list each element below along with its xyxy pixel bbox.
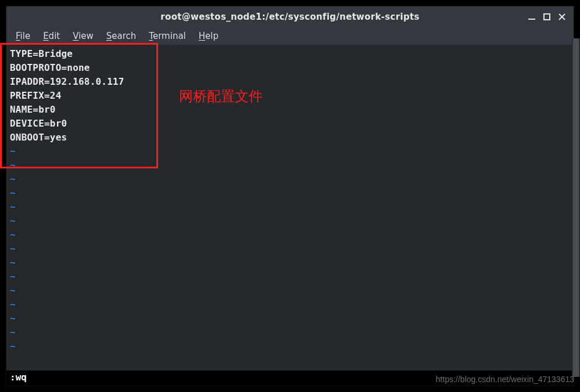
editor-line: PREFIX=24 <box>10 89 570 103</box>
maximize-icon[interactable] <box>543 13 550 20</box>
editor-line: IPADDR=192.168.0.117 <box>10 75 570 89</box>
editor-empty-tilde: ~ <box>10 326 570 340</box>
editor-empty-tilde: ~ <box>10 159 570 172</box>
editor-empty-tilde: ~ <box>10 214 570 228</box>
editor-empty-tilde: ~ <box>10 298 570 312</box>
menu-terminal[interactable]: Terminal <box>143 29 191 43</box>
window-controls <box>524 6 570 27</box>
scrollbar-thumb[interactable] <box>573 38 579 377</box>
scrollbar-vertical[interactable] <box>572 38 580 377</box>
svg-rect-0 <box>528 19 535 20</box>
editor-empty-tilde: ~ <box>10 228 570 242</box>
terminal-window: root@westos_node1:/etc/sysconfig/network… <box>6 6 574 386</box>
menu-edit[interactable]: Edit <box>37 29 66 43</box>
annotation-label: 网桥配置文件 <box>179 87 263 106</box>
editor-area[interactable]: TYPE=BridgeBOOTPROTO=noneIPADDR=192.168.… <box>6 45 574 371</box>
editor-line: TYPE=Bridge <box>10 47 570 61</box>
svg-rect-1 <box>544 14 550 20</box>
menu-view[interactable]: View <box>67 29 99 43</box>
menu-search[interactable]: Search <box>101 29 142 43</box>
editor-empty-tilde: ~ <box>10 200 570 214</box>
menu-bar: File Edit View Search Terminal Help <box>6 27 574 45</box>
editor-empty-tilde: ~ <box>10 312 570 326</box>
editor-empty-tilde: ~ <box>10 270 570 284</box>
close-icon[interactable] <box>558 13 565 20</box>
editor-empty-tilde: ~ <box>10 256 570 270</box>
editor-line: ONBOOT=yes <box>10 131 570 145</box>
editor-line: DEVICE=br0 <box>10 117 570 131</box>
minimize-icon[interactable] <box>528 13 535 20</box>
editor-line: NAME=br0 <box>10 103 570 117</box>
window-title: root@westos_node1:/etc/sysconfig/network… <box>6 12 574 22</box>
title-bar: root@westos_node1:/etc/sysconfig/network… <box>6 6 574 27</box>
vim-command-line[interactable]: :wq <box>6 371 574 386</box>
editor-empty-tilde: ~ <box>10 340 570 354</box>
menu-help[interactable]: Help <box>193 29 224 43</box>
editor-empty-tilde: ~ <box>10 172 570 186</box>
editor-empty-tilde: ~ <box>10 284 570 298</box>
editor-empty-tilde: ~ <box>10 242 570 256</box>
editor-line: BOOTPROTO=none <box>10 61 570 75</box>
editor-empty-tilde: ~ <box>10 145 570 159</box>
menu-file[interactable]: File <box>10 29 36 43</box>
editor-empty-tilde: ~ <box>10 186 570 200</box>
